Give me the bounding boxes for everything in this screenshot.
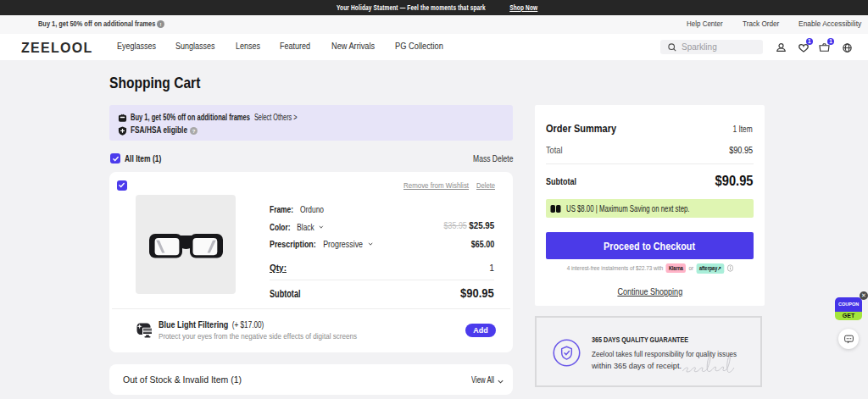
svg-text:?: ?: [192, 129, 196, 134]
svg-text:!: !: [160, 22, 162, 27]
